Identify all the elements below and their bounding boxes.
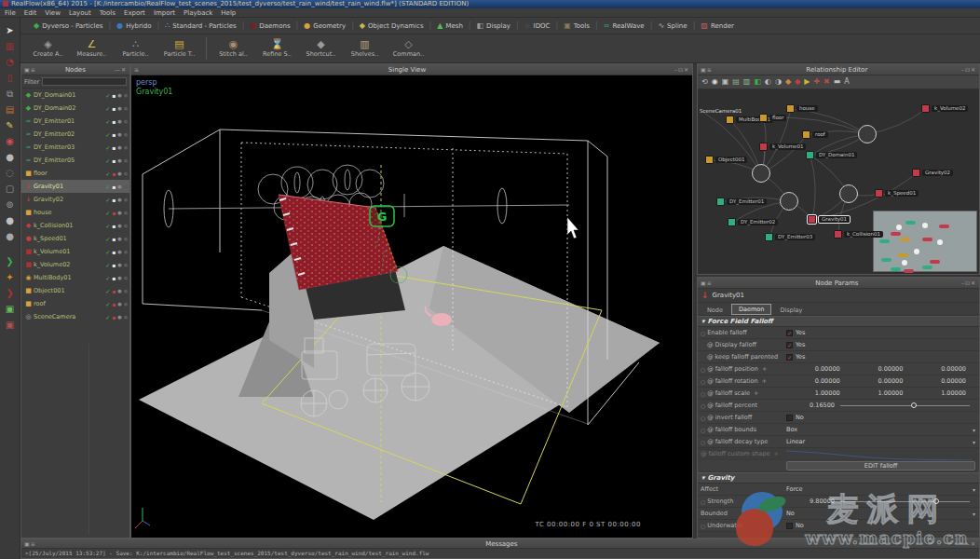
shelf-tab-realwave[interactable]: ≈RealWave <box>598 20 650 32</box>
panel-menu-icon[interactable]: ▣≡ <box>24 66 36 73</box>
panel-menu-icon[interactable]: ▣≡ <box>701 280 713 286</box>
node-active-check-icon[interactable]: ✓ <box>105 105 110 112</box>
select-cursor-icon[interactable]: ➤ <box>2 22 19 38</box>
keyframe-icon[interactable]: ○ <box>701 415 705 421</box>
node-row-k-collision01[interactable]: ◆k_Collision01✓▪●● <box>21 219 129 232</box>
panel-menu-icon[interactable]: ▣≡ <box>24 540 36 547</box>
dropdown-caret-icon[interactable]: ▾ <box>973 427 975 433</box>
value-field[interactable]: 1.00000 <box>786 389 850 397</box>
keyframe-icon[interactable]: ○ <box>701 402 705 409</box>
graph-node-dy-domain01[interactable]: DY_Domain01 <box>806 151 857 159</box>
nodes-panel-header[interactable]: ▣≡ Nodes —✕ <box>21 64 129 75</box>
node-display-icon[interactable]: ● <box>117 223 121 228</box>
node-active-check-icon[interactable]: ✓ <box>105 249 110 255</box>
node-row-gravity01[interactable]: ↓Gravity01✓▪●● <box>21 180 129 193</box>
node-export-icon[interactable]: ▪ <box>112 157 116 164</box>
params-tab-display[interactable]: Display <box>773 306 809 315</box>
node-display-icon[interactable]: ● <box>117 275 121 280</box>
value-field[interactable]: 0.00000 <box>850 365 913 373</box>
viewport-3d[interactable]: G persp Gravity01 TC 00:00:00 F 0 ST 00:… <box>131 75 692 538</box>
node-export-icon[interactable]: ▪ <box>112 314 116 320</box>
graph-node-object001[interactable]: Object001 <box>705 156 747 164</box>
node-active-check-icon[interactable]: ✓ <box>105 262 110 268</box>
panel-buttons-icon[interactable]: –⊡✕ <box>674 66 689 73</box>
node-export-icon[interactable]: ▪ <box>112 92 116 99</box>
node-active-check-icon[interactable]: ✓ <box>105 210 110 216</box>
node-export-icon[interactable]: ▪ <box>112 131 116 138</box>
dropdown-value[interactable]: Linear <box>786 438 805 445</box>
node-active-check-icon[interactable]: ✓ <box>105 314 110 320</box>
panel-buttons-icon[interactable]: –⊡✕ <box>961 280 976 286</box>
graph-node-k-volume01[interactable]: k_Volume01 <box>759 143 806 151</box>
node-display-icon[interactable]: ● <box>117 144 121 150</box>
node-display-icon[interactable]: ● <box>117 105 121 111</box>
messages-header[interactable]: ▣≡ Messages –✕ <box>21 539 979 549</box>
expand-icon[interactable]: + <box>762 377 767 385</box>
graph-node-scenecamera01[interactable]: SceneCamera01 <box>700 108 742 114</box>
keyframe-icon[interactable]: ○ <box>701 330 705 336</box>
tool-particle[interactable]: ∴Particle.. <box>114 35 157 61</box>
remove-link-icon[interactable]: ✖ <box>823 78 830 86</box>
node-lock-icon[interactable]: ● <box>124 301 128 307</box>
node-row-dy-domain01[interactable]: ◆DY_Domain01✓▪●● <box>21 89 129 102</box>
red-box-icon[interactable]: ▥ <box>2 38 19 54</box>
slider-track[interactable] <box>840 405 970 406</box>
node-display-icon[interactable]: ● <box>117 288 121 293</box>
panel-buttons-icon[interactable]: –⊡✕ <box>961 66 976 73</box>
node-export-icon[interactable]: ▪ <box>112 210 116 216</box>
tool-shortcut[interactable]: ◆Shortcut.. <box>299 35 343 61</box>
node-lock-icon[interactable]: ● <box>124 236 128 241</box>
node-export-icon[interactable]: ▪ <box>112 275 116 281</box>
value-field[interactable]: 1.00000 <box>912 389 975 397</box>
value-field[interactable]: 0.00000 <box>912 365 975 373</box>
red-feather-icon[interactable]: ❯ <box>2 285 19 301</box>
node-display-icon[interactable]: ● <box>117 170 121 176</box>
red-cylinder-icon[interactable]: ▯ <box>2 70 19 86</box>
tool-comman[interactable]: ◇Comman.. <box>387 35 430 61</box>
node-lock-icon[interactable]: ● <box>124 170 128 176</box>
slider-track[interactable] <box>840 501 970 502</box>
value-field[interactable]: 0.00000 <box>850 377 913 385</box>
menu-edit[interactable]: Edit <box>24 9 37 17</box>
shelf-tab-geometry[interactable]: ●Geometry <box>298 20 351 32</box>
node-export-icon[interactable]: ▪ <box>112 184 116 190</box>
dropdown-caret-icon[interactable]: ▾ <box>973 439 975 445</box>
shelf-tab-tools[interactable]: ▣Tools <box>558 20 595 32</box>
node-active-check-icon[interactable]: ✓ <box>105 301 110 307</box>
value-field[interactable]: 1.00000 <box>850 389 913 397</box>
checkbox[interactable]: ✓ <box>786 342 793 348</box>
folder-icon[interactable]: ▶ <box>804 78 810 86</box>
graph-node-dy-emitter01[interactable]: DY_Emitter01 <box>716 198 767 206</box>
layout-icon[interactable]: ▤ <box>732 78 740 86</box>
graph-node-k-speed01[interactable]: k_Speed01 <box>875 189 919 198</box>
graph-node-roof[interactable]: roof <box>802 130 828 139</box>
tool-refine-s[interactable]: ⌛Refine S.. <box>255 35 299 61</box>
edit-falloff-button[interactable]: EDIT falloff <box>786 461 975 470</box>
tool-shelves[interactable]: ▥Shelves.. <box>343 35 387 61</box>
graph-node-gravity02[interactable]: Gravity02 <box>912 169 953 177</box>
panel-menu-icon[interactable]: ▣≡ <box>701 66 713 73</box>
checkbox[interactable] <box>786 415 793 421</box>
node-lock-icon[interactable]: ● <box>124 262 128 267</box>
value-field[interactable]: 0.00000 <box>786 377 850 385</box>
keyframe-icon[interactable]: ○ <box>701 427 705 433</box>
add-link-icon[interactable]: ✚ <box>813 78 820 86</box>
node-row-multibody01[interactable]: ◉MultiBody01✓▪●● <box>21 271 129 284</box>
node-active-check-icon[interactable]: ✓ <box>105 236 110 242</box>
red-box2-icon[interactable]: ▣ <box>2 317 19 333</box>
node-export-icon[interactable]: ▪ <box>112 262 116 268</box>
dropdown-caret-icon[interactable]: ▾ <box>973 511 975 517</box>
node-row-floor[interactable]: ■floor✓▪●● <box>21 167 129 180</box>
graph-node-floor[interactable]: floor <box>759 114 786 122</box>
node-row-scenecamera[interactable]: ◎SceneCamera✓▪●● <box>21 310 129 323</box>
tool-create-a[interactable]: ◈Create A.. <box>26 35 70 61</box>
slider-knob[interactable] <box>933 498 939 504</box>
graph-node-dy-emitter03[interactable]: DY_Emitter03 <box>765 233 815 241</box>
zoom-out-icon[interactable]: ◑ <box>775 78 782 86</box>
clapper-icon[interactable]: ▤ <box>2 102 19 117</box>
node-export-icon[interactable]: ▪ <box>112 301 116 307</box>
graph-node-dy-emitter02[interactable]: DY_Emitter02 <box>728 218 778 226</box>
node-active-check-icon[interactable]: ✓ <box>105 92 110 99</box>
node-active-check-icon[interactable]: ✓ <box>105 118 110 125</box>
menu-import[interactable]: Import <box>154 9 175 17</box>
